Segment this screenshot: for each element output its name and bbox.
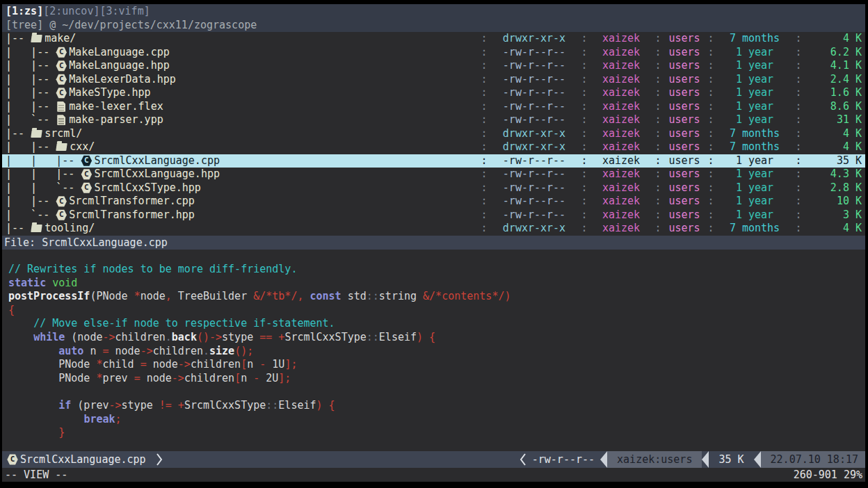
code-token: :: — [367, 331, 379, 343]
code-token: node — [140, 290, 166, 302]
code-token: children — [184, 372, 234, 384]
file-row[interactable]: | | `-- CSrcmlCxxSType.hpp:-rw-r--r--:xa… — [2, 181, 865, 195]
code-token: Elseif — [379, 331, 417, 343]
code-token: back — [172, 331, 197, 343]
code-token: -> — [172, 372, 184, 384]
tree-branch: | | |-- — [6, 168, 81, 181]
column-separator: : — [479, 32, 489, 46]
column-separator: : — [479, 86, 489, 100]
column-separator: : — [794, 127, 803, 141]
file-row[interactable]: | |-- CMakeLanguage.hpp:-rw-r--r--:xaize… — [2, 59, 865, 73]
folder-icon — [31, 225, 42, 232]
file-row[interactable]: | `-- CSrcmlTransformer.hpp:-rw-r--r--:x… — [2, 209, 865, 222]
modified-age: 7 months — [716, 127, 794, 141]
tmux-window-1[interactable]: [1:zs] — [6, 5, 43, 17]
permissions: -rw-r--r-- — [489, 181, 579, 195]
column-separator: : — [479, 209, 489, 222]
code-token: &/*contents*/) — [423, 290, 511, 302]
file-row[interactable]: |-- make/:drwxr-xr-x:xaizek:users:7 mont… — [2, 32, 865, 46]
modified-age: 1 year — [716, 168, 794, 181]
code-token — [423, 331, 429, 343]
column-separator: : — [579, 140, 589, 154]
file-size: 4 K — [803, 127, 862, 141]
column-separator: : — [579, 222, 589, 236]
doc-icon — [57, 115, 65, 125]
modified-age: 7 months — [716, 140, 794, 154]
code-line: // Rewrites if nodes to be more diff-fri… — [8, 263, 865, 277]
column-separator: : — [653, 100, 663, 114]
cpp-icon: C — [56, 88, 67, 99]
file-row[interactable]: | |-- CSrcmlTransformer.cpp:-rw-r--r--:x… — [2, 195, 865, 209]
file-name: MakeLexerData.hpp — [69, 73, 176, 87]
owner: xaizek — [589, 195, 653, 209]
file-name: make-parser.ypp — [69, 113, 163, 127]
column-separator: : — [706, 46, 716, 60]
file-row[interactable]: | |-- CMakeLexerData.hpp:-rw-r--r--:xaiz… — [2, 73, 865, 87]
code-token: :: — [266, 399, 278, 412]
column-separator: : — [794, 222, 803, 236]
file-size: 2.8 K — [803, 181, 862, 195]
modified-age: 7 months — [716, 32, 794, 46]
column-separator: : — [794, 195, 803, 209]
modified-age: 1 year — [716, 46, 794, 60]
file-row[interactable]: | `-- make-parser.ypp:-rw-r--r--:xaizek:… — [2, 113, 865, 127]
cpp-icon: C — [81, 155, 92, 166]
file-row[interactable]: |-- tooling/:drwxr-xr-x:xaizek:users:7 m… — [2, 222, 865, 236]
file-row[interactable]: | |-- CMakeLanguage.cpp:-rw-r--r--:xaize… — [2, 46, 865, 60]
file-row[interactable]: | |-- make-lexer.flex:-rw-r--r--:xaizek:… — [2, 100, 865, 114]
code-token: { — [329, 399, 335, 412]
tree-branch: | |-- — [6, 46, 56, 60]
permissions: -rw-r--r-- — [489, 73, 579, 87]
column-separator: : — [794, 168, 803, 181]
tree-branch: | `-- — [6, 113, 56, 127]
code-token: postProcessIf — [8, 290, 90, 302]
code-token — [323, 399, 329, 412]
code-token — [8, 331, 33, 343]
modified-age: 1 year — [716, 73, 794, 87]
file-name-cell: |-- srcml/ — [6, 127, 479, 141]
code-token: -> — [102, 331, 115, 343]
column-separator: : — [479, 73, 489, 87]
column-separator: : — [706, 86, 716, 100]
owner: xaizek — [589, 73, 653, 87]
file-row[interactable]: | | |-- CSrcmlCxxLanguage.hpp:-rw-r--r--… — [2, 168, 865, 181]
column-separator: : — [653, 168, 663, 181]
file-row[interactable]: | |-- CMakeSType.hpp:-rw-r--r--:xaizek:u… — [2, 86, 865, 100]
code-token: -> — [178, 358, 191, 371]
cpp-icon: C — [56, 209, 67, 220]
column-separator: : — [706, 127, 716, 141]
column-separator: : — [794, 209, 803, 222]
file-row[interactable]: | | |-- CSrcmlCxxLanguage.cpp:-rw-r--r--… — [2, 154, 865, 168]
code-line: while (node->children.back()->stype == +… — [8, 331, 865, 345]
column-separator: : — [579, 73, 589, 87]
column-separator: : — [479, 168, 489, 181]
statusbar-datetime: 22.07.10 18:17 — [761, 451, 865, 468]
file-size: 10 K — [803, 195, 862, 209]
permissions: -rw-r--r-- — [489, 86, 579, 100]
permissions: -rw-r--r-- — [489, 168, 579, 181]
column-separator: : — [653, 73, 663, 87]
code-token: children — [153, 345, 203, 357]
column-separator: : — [653, 32, 663, 46]
permissions: -rw-r--r-- — [489, 195, 579, 209]
code-token: auto — [58, 345, 83, 357]
column-separator: : — [706, 195, 716, 209]
code-token: n — [83, 345, 102, 357]
doc-icon — [57, 101, 65, 112]
code-token: -> — [140, 345, 153, 357]
code-token: (node — [65, 331, 102, 343]
tree-branch: |-- — [6, 32, 31, 46]
file-row[interactable]: | |-- cxx/:drwxr-xr-x:xaizek:users:7 mon… — [2, 140, 865, 154]
tmux-window-3[interactable]: [3:vifm] — [99, 5, 150, 17]
code-token: Elseif — [278, 399, 316, 412]
group: users — [663, 127, 706, 141]
tmux-window-2[interactable]: [2:uncov] — [43, 5, 99, 17]
code-token: static — [8, 277, 46, 289]
column-separator: : — [653, 222, 663, 236]
code-token: const — [310, 290, 341, 302]
tree-branch: | |-- — [6, 140, 56, 154]
code-line: auto n = node->children.size(); — [8, 345, 865, 359]
owner: xaizek — [589, 168, 653, 181]
column-separator: : — [706, 181, 716, 195]
file-row[interactable]: |-- srcml/:drwxr-xr-x:xaizek:users:7 mon… — [2, 127, 865, 141]
